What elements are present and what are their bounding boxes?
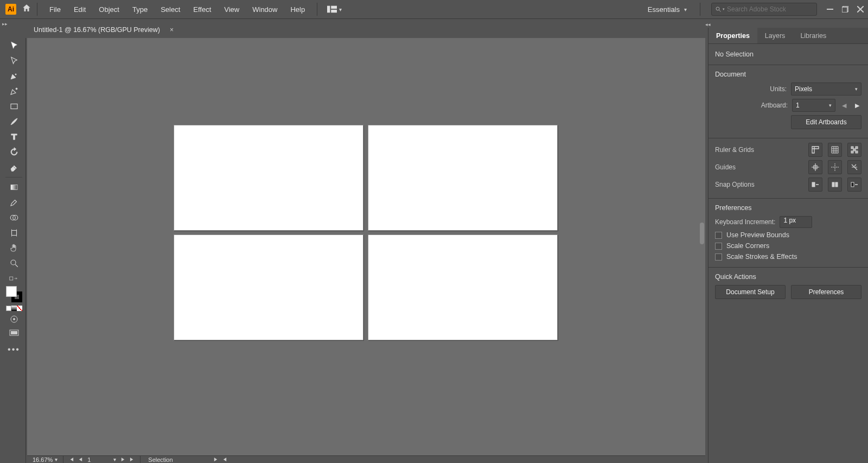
last-artboard-icon[interactable] xyxy=(130,456,135,464)
menu-file[interactable]: File xyxy=(43,0,67,19)
edit-artboards-button[interactable]: Edit Artboards xyxy=(791,115,861,129)
zoom-field[interactable]: 16.67% ▾ xyxy=(27,456,63,464)
units-value: Pixels xyxy=(795,85,812,93)
transparency-grid-icon[interactable] xyxy=(847,143,861,157)
artboard-dropdown[interactable]: 1▾ xyxy=(792,99,835,112)
artboard-tool[interactable] xyxy=(2,225,26,240)
snap-to-grid-icon[interactable] xyxy=(828,177,842,192)
next-artboard-icon[interactable] xyxy=(120,456,125,464)
vertical-scrollbar[interactable] xyxy=(699,38,705,455)
first-artboard-icon[interactable] xyxy=(69,456,74,464)
menu-type[interactable]: Type xyxy=(126,0,154,19)
window-minimize-icon[interactable] xyxy=(825,4,835,14)
home-icon[interactable] xyxy=(22,3,31,15)
menu-window[interactable]: Window xyxy=(246,0,284,19)
color-mode-row[interactable] xyxy=(2,306,25,311)
artboard-3[interactable] xyxy=(174,234,363,340)
gradient-tool[interactable] xyxy=(2,180,26,195)
svg-rect-27 xyxy=(11,331,17,334)
show-guides-icon[interactable] xyxy=(808,160,822,174)
hand-tool[interactable] xyxy=(2,240,26,256)
smart-guides-icon[interactable] xyxy=(847,160,861,174)
edit-toolbar-icon[interactable]: ••• xyxy=(2,345,25,354)
screen-mode-icon[interactable] xyxy=(2,326,26,340)
use-preview-bounds-checkbox[interactable]: Use Preview Bounds xyxy=(715,231,861,239)
svg-point-10 xyxy=(15,74,16,75)
zoom-tool[interactable] xyxy=(2,256,26,271)
keyboard-increment-field[interactable]: 1 px xyxy=(780,216,812,228)
direct-selection-tool[interactable] xyxy=(2,53,26,68)
prev-artboard-arrow[interactable]: ◀ xyxy=(840,102,848,109)
status-play-icon[interactable] xyxy=(213,456,218,463)
units-label: Units: xyxy=(770,85,787,93)
arrange-documents-icon[interactable]: ▾ xyxy=(323,5,346,13)
stock-search-box[interactable]: ▾ xyxy=(711,3,817,16)
tab-properties[interactable]: Properties xyxy=(709,28,757,43)
artboard-4[interactable] xyxy=(368,234,558,340)
ruler-grids-label: Ruler & Grids xyxy=(715,146,754,154)
svg-rect-12 xyxy=(11,104,17,109)
menu-view[interactable]: View xyxy=(218,0,246,19)
preferences-button[interactable]: Preferences xyxy=(791,285,861,299)
scale-strokes-checkbox[interactable]: Scale Strokes & Effects xyxy=(715,253,861,261)
eyedropper-tool[interactable] xyxy=(2,195,26,210)
artboard-1[interactable] xyxy=(174,125,363,231)
ruler-icon[interactable] xyxy=(808,143,822,157)
shape-builder-tool[interactable] xyxy=(2,210,26,225)
chevron-right-icon: ▸▸ xyxy=(2,21,8,27)
panel-tab-bar: Properties Layers Libraries xyxy=(709,28,868,44)
snap-to-point-icon[interactable] xyxy=(808,177,822,192)
document-tab[interactable]: Untitled-1 @ 16.67% (RGB/GPU Preview) × xyxy=(27,21,180,38)
workspace-switcher[interactable]: Essentials ▾ xyxy=(640,5,694,14)
scale-corners-checkbox[interactable]: Scale Corners xyxy=(715,242,861,250)
artboard-number-field[interactable]: 1 xyxy=(87,456,109,464)
guides-label: Guides xyxy=(715,163,736,171)
artboard-2[interactable] xyxy=(368,125,558,231)
menu-edit[interactable]: Edit xyxy=(67,0,92,19)
tab-libraries[interactable]: Libraries xyxy=(793,28,834,43)
window-restore-icon[interactable] xyxy=(840,4,851,14)
left-dock-expander[interactable]: ▸▸ xyxy=(0,19,5,27)
prev-artboard-icon[interactable] xyxy=(78,456,83,464)
right-dock-collapse-icon[interactable]: ◂◂ xyxy=(705,22,711,27)
chevron-down-icon: ▾ xyxy=(113,456,116,464)
stock-search-input[interactable] xyxy=(727,5,803,13)
quick-actions-title: Quick Actions xyxy=(715,273,861,281)
units-dropdown[interactable]: Pixels▾ xyxy=(791,83,861,96)
menu-select[interactable]: Select xyxy=(154,0,187,19)
properties-panel: Properties Layers Libraries No Selection… xyxy=(708,28,868,463)
close-tab-icon[interactable]: × xyxy=(170,26,174,34)
workspace-label: Essentials xyxy=(648,5,680,14)
document-setup-button[interactable]: Document Setup xyxy=(715,285,786,299)
canvas-area[interactable] xyxy=(27,38,705,455)
draw-mode-normal-icon[interactable] xyxy=(2,312,26,326)
svg-rect-31 xyxy=(851,151,853,153)
next-artboard-arrow[interactable]: ▶ xyxy=(853,102,861,109)
svg-rect-29 xyxy=(856,147,858,149)
curvature-tool[interactable] xyxy=(2,84,26,99)
svg-rect-32 xyxy=(856,151,858,153)
eraser-tool[interactable] xyxy=(2,160,26,175)
status-bar: 16.67% ▾ 1 ▾ Selection xyxy=(27,455,705,463)
snap-to-pixel-icon[interactable] xyxy=(847,177,861,192)
swap-fill-stroke-icon[interactable] xyxy=(2,274,26,283)
paintbrush-tool[interactable] xyxy=(2,114,26,129)
fill-stroke-swatch[interactable] xyxy=(6,286,22,302)
rectangle-tool[interactable] xyxy=(2,99,26,114)
tab-layers[interactable]: Layers xyxy=(757,28,793,43)
selection-status: No Selection xyxy=(715,49,861,62)
menu-effect[interactable]: Effect xyxy=(187,0,218,19)
selection-tool[interactable] xyxy=(2,38,26,53)
lock-guides-icon[interactable] xyxy=(828,160,842,174)
rotate-tool[interactable] xyxy=(2,144,26,160)
window-close-icon[interactable] xyxy=(855,4,866,14)
pen-tool[interactable] xyxy=(2,68,26,84)
status-back-icon[interactable] xyxy=(222,456,227,463)
menu-help[interactable]: Help xyxy=(284,0,311,19)
fill-swatch[interactable] xyxy=(6,286,17,297)
type-tool[interactable] xyxy=(2,129,26,144)
menu-object[interactable]: Object xyxy=(92,0,126,19)
svg-rect-2 xyxy=(331,10,337,12)
svg-rect-1 xyxy=(331,6,337,9)
grid-icon[interactable] xyxy=(828,143,842,157)
